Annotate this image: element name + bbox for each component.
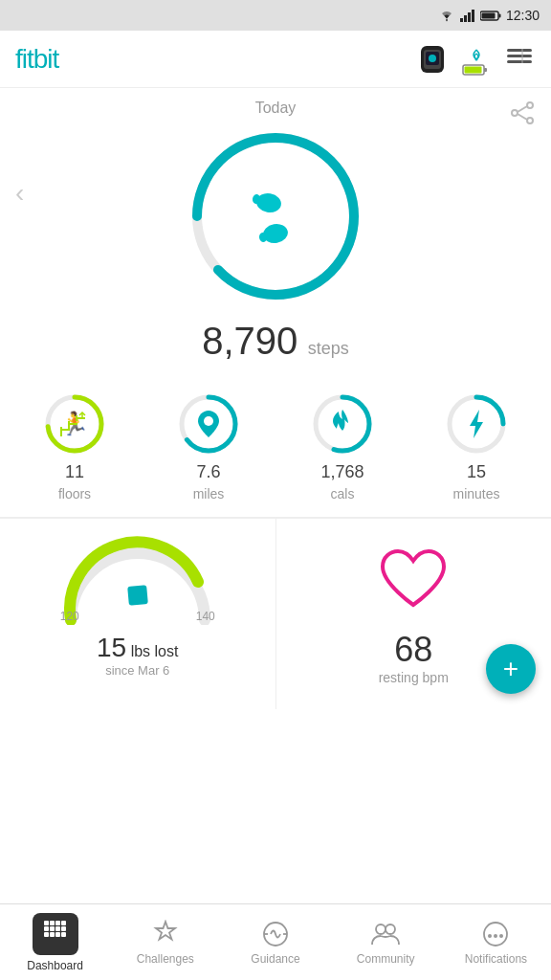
share-button[interactable] xyxy=(509,100,536,130)
svg-rect-6 xyxy=(481,12,495,18)
heart-rate-value: 68 xyxy=(394,630,432,670)
svg-rect-57 xyxy=(61,926,66,931)
stat-cals[interactable]: 1,768 cals xyxy=(308,390,377,501)
svg-point-21 xyxy=(527,118,533,123)
floors-value: 11 xyxy=(65,462,84,482)
prev-arrow[interactable]: ‹ xyxy=(15,178,24,209)
weight-unit: lbs lost xyxy=(131,643,179,659)
menu-icon[interactable] xyxy=(503,43,536,76)
svg-rect-49 xyxy=(55,921,60,925)
bottom-nav: Dashboard Challenges Guidance Community xyxy=(0,903,551,980)
minutes-value: 15 xyxy=(467,462,486,482)
heart-icon-container xyxy=(375,547,452,618)
cals-circle xyxy=(308,390,377,458)
app-logo: fitbit xyxy=(15,44,58,75)
community-icon xyxy=(370,920,401,948)
weight-subtitle: since Mar 6 xyxy=(15,663,260,678)
nav-community[interactable]: Community xyxy=(331,904,441,980)
weight-value: 15 xyxy=(97,633,126,662)
svg-point-41 xyxy=(204,416,213,426)
nav-guidance[interactable]: Guidance xyxy=(220,904,330,980)
nav-guidance-label: Guidance xyxy=(251,952,299,966)
nav-challenges[interactable]: Challenges xyxy=(110,904,220,980)
svg-rect-51 xyxy=(50,926,55,931)
svg-line-23 xyxy=(518,114,527,120)
svg-point-63 xyxy=(386,924,395,934)
svg-rect-14 xyxy=(465,66,482,73)
svg-rect-17 xyxy=(507,60,532,63)
nav-challenges-label: Challenges xyxy=(137,952,194,966)
miles-value: 7.6 xyxy=(196,462,220,482)
stat-miles[interactable]: 7.6 miles xyxy=(174,390,243,501)
svg-rect-5 xyxy=(498,13,500,17)
svg-point-28 xyxy=(254,191,282,214)
stat-minutes[interactable]: 15 minutes xyxy=(442,390,511,501)
nav-notifications-label: Notifications xyxy=(465,952,527,966)
svg-rect-46 xyxy=(127,585,148,606)
svg-rect-58 xyxy=(61,932,66,937)
minutes-unit: minutes xyxy=(452,486,499,501)
notifications-icon xyxy=(481,920,510,948)
stat-floors[interactable]: 🏃 11 floors xyxy=(40,390,109,501)
svg-rect-54 xyxy=(50,932,55,937)
guidance-icon xyxy=(261,920,290,948)
cals-unit: cals xyxy=(331,486,355,501)
svg-rect-13 xyxy=(484,68,487,72)
wifi-icon xyxy=(438,9,455,22)
svg-rect-48 xyxy=(50,921,55,925)
miles-unit: miles xyxy=(193,486,225,501)
floors-circle: 🏃 xyxy=(40,390,109,458)
steps-count: 8,790 steps xyxy=(202,320,349,363)
gauge-max: 140 xyxy=(196,610,215,623)
heart-rate-panel: 68 resting bpm + xyxy=(276,519,552,709)
svg-rect-33 xyxy=(60,427,62,436)
svg-point-62 xyxy=(376,924,386,934)
nav-dashboard[interactable]: Dashboard xyxy=(0,904,110,980)
svg-point-25 xyxy=(197,138,354,295)
svg-rect-35 xyxy=(68,421,70,429)
svg-point-67 xyxy=(499,934,503,938)
fab-add-button[interactable]: + xyxy=(486,644,536,694)
svg-rect-2 xyxy=(468,12,471,22)
svg-rect-52 xyxy=(55,926,60,931)
nav-dashboard-label: Dashboard xyxy=(27,959,83,972)
svg-line-22 xyxy=(518,106,527,112)
steps-circle xyxy=(180,121,371,312)
svg-point-26 xyxy=(261,222,289,245)
svg-rect-47 xyxy=(44,921,49,925)
svg-point-11 xyxy=(475,57,478,60)
svg-rect-50 xyxy=(44,926,49,931)
svg-rect-15 xyxy=(507,49,532,52)
svg-point-65 xyxy=(488,934,492,938)
minutes-circle xyxy=(442,390,511,458)
today-section: Today ‹ xyxy=(0,88,551,382)
gauge-min: 120 xyxy=(60,610,79,623)
miles-circle xyxy=(174,390,243,458)
svg-point-10 xyxy=(429,55,436,62)
svg-rect-1 xyxy=(464,15,467,22)
nav-notifications[interactable]: Notifications xyxy=(441,904,551,980)
svg-rect-3 xyxy=(472,10,474,22)
weight-panel: 120 140 15 lbs lost since Mar 6 xyxy=(0,519,276,709)
challenges-icon xyxy=(151,920,180,948)
today-label: Today xyxy=(255,100,297,117)
svg-rect-53 xyxy=(44,932,49,937)
status-icons: 12:30 xyxy=(438,8,540,23)
weight-info: 15 lbs lost since Mar 6 xyxy=(15,633,260,678)
device-icon[interactable] xyxy=(415,42,450,77)
bottom-panels: 120 140 15 lbs lost since Mar 6 68 resti… xyxy=(0,518,551,709)
dashboard-icon xyxy=(42,919,69,946)
app-header: fitbit xyxy=(0,31,551,88)
cals-value: 1,768 xyxy=(320,462,364,482)
nav-community-label: Community xyxy=(357,952,415,966)
svg-rect-16 xyxy=(507,55,532,57)
main-content: Today ‹ xyxy=(0,88,551,903)
svg-rect-37 xyxy=(76,415,77,421)
svg-rect-55 xyxy=(55,932,60,937)
time-display: 12:30 xyxy=(506,8,540,23)
steps-number: 8,790 xyxy=(202,320,298,362)
svg-rect-0 xyxy=(460,18,463,22)
status-bar: 12:30 xyxy=(0,0,551,31)
steps-label: steps xyxy=(308,339,349,358)
battery-status-icon xyxy=(480,10,501,22)
